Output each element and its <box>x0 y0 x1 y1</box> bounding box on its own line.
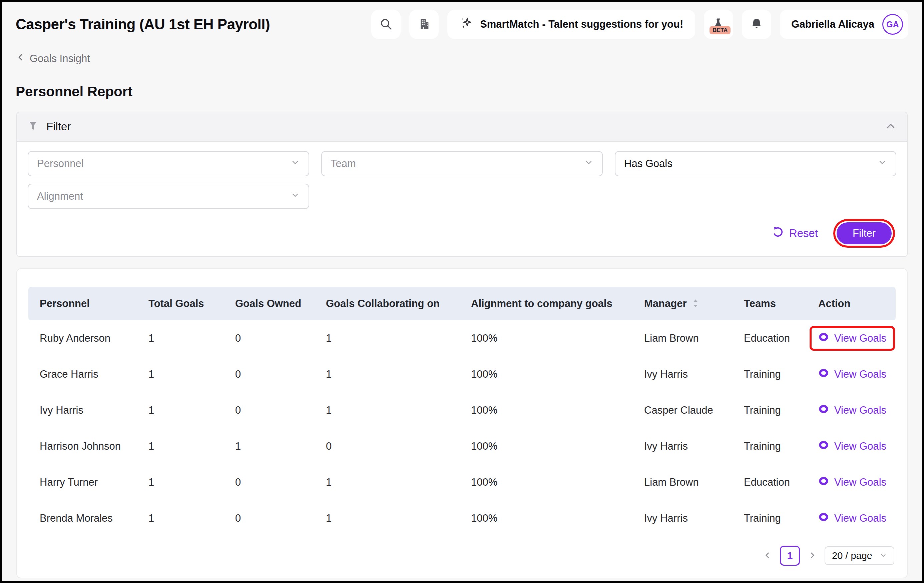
cell-personnel: Grace Harris <box>28 368 137 380</box>
table-row: Ruby Anderson 1 0 1 100% Liam Brown Educ… <box>28 320 896 356</box>
table-row: Harry Turner 1 0 1 100% Liam Brown Educa… <box>28 464 896 500</box>
reset-button[interactable]: Reset <box>772 226 818 240</box>
cell-total-goals: 1 <box>137 476 224 488</box>
cell-manager: Liam Brown <box>633 476 733 488</box>
cell-action: View Goals <box>807 440 896 453</box>
cell-teams: Education <box>733 332 807 344</box>
top-bar: Casper's Training (AU 1st EH Payroll) Sm… <box>2 2 922 39</box>
reset-refresh-icon <box>772 226 784 240</box>
smartmatch-label: SmartMatch - Talent suggestions for you! <box>480 18 683 30</box>
col-header-manager: Manager <box>633 298 733 310</box>
cell-manager: Casper Claude <box>633 404 733 416</box>
search-icon <box>379 17 393 32</box>
view-goals-label: View Goals <box>834 512 886 524</box>
view-goals-link[interactable]: View Goals <box>818 476 886 489</box>
view-goals-label: View Goals <box>834 332 886 344</box>
cell-alignment: 100% <box>460 404 633 416</box>
manager-sort-button[interactable] <box>691 298 700 309</box>
cell-teams: Education <box>733 476 807 488</box>
view-goals-link[interactable]: View Goals <box>818 332 886 345</box>
view-goals-link[interactable]: View Goals <box>818 368 886 380</box>
col-header-teams: Teams <box>733 298 807 310</box>
top-bar-actions: SmartMatch - Talent suggestions for you!… <box>371 10 908 39</box>
chevron-left-icon <box>763 551 772 561</box>
col-header-goals-collaborating: Goals Collaborating on <box>315 298 460 310</box>
filter-button-annotation: Filter <box>833 219 895 248</box>
team-select-placeholder: Team <box>330 158 356 170</box>
view-goals-annotation: View Goals <box>810 398 895 423</box>
cell-goals-owned: 1 <box>224 440 315 452</box>
view-goals-link[interactable]: View Goals <box>818 440 886 453</box>
view-goals-link[interactable]: View Goals <box>818 512 886 525</box>
eye-icon <box>818 512 829 525</box>
cell-manager: Ivy Harris <box>633 440 733 452</box>
page-size-select[interactable]: 20 / page <box>825 546 894 565</box>
cell-personnel: Harry Turner <box>28 476 137 488</box>
eye-icon <box>818 404 829 417</box>
table-body: Ruby Anderson 1 0 1 100% Liam Brown Educ… <box>28 320 896 536</box>
eye-icon <box>818 332 829 345</box>
user-menu[interactable]: Gabriella Alicaya GA <box>780 10 908 39</box>
cell-teams: Training <box>733 368 807 380</box>
cell-personnel: Harrison Johnson <box>28 440 137 452</box>
col-header-total-goals: Total Goals <box>137 298 224 310</box>
eye-icon <box>818 368 829 380</box>
organisation-button[interactable] <box>409 10 439 39</box>
view-goals-label: View Goals <box>834 476 886 488</box>
view-goals-label: View Goals <box>834 440 886 452</box>
alignment-select-placeholder: Alignment <box>37 190 83 203</box>
cell-teams: Training <box>733 512 807 524</box>
view-goals-label: View Goals <box>834 368 886 380</box>
labs-button[interactable]: BETA <box>704 10 733 39</box>
cell-action: View Goals <box>807 368 896 380</box>
breadcrumb-back[interactable]: Goals Insight <box>16 52 90 65</box>
page-title: Personnel Report <box>16 84 922 100</box>
cell-goals-collaborating: 1 <box>315 332 460 344</box>
filter-apply-button[interactable]: Filter <box>837 222 892 244</box>
cell-manager: Liam Brown <box>633 332 733 344</box>
bell-icon <box>750 17 763 32</box>
team-select[interactable]: Team <box>321 151 603 176</box>
chevron-down-icon <box>290 158 300 170</box>
alignment-select[interactable]: Alignment <box>28 184 309 209</box>
view-goals-annotation: View Goals <box>810 434 895 459</box>
app-title: Casper's Training (AU 1st EH Payroll) <box>16 16 270 33</box>
view-goals-annotation: View Goals <box>810 470 895 495</box>
view-goals-annotation: View Goals <box>810 506 895 531</box>
cell-total-goals: 1 <box>137 440 224 452</box>
eye-icon <box>818 440 829 453</box>
cell-alignment: 100% <box>460 440 633 452</box>
chevron-left-icon <box>16 52 26 65</box>
cell-personnel: Ruby Anderson <box>28 332 137 344</box>
personnel-select[interactable]: Personnel <box>28 151 309 176</box>
filter-fields: Personnel Team Has Goals <box>28 151 896 209</box>
table-row: Brenda Morales 1 0 1 100% Ivy Harris Tra… <box>28 500 896 536</box>
cell-action: View Goals <box>807 404 896 417</box>
cell-personnel: Ivy Harris <box>28 404 137 416</box>
view-goals-link[interactable]: View Goals <box>818 404 886 417</box>
smartmatch-button[interactable]: SmartMatch - Talent suggestions for you! <box>447 10 695 39</box>
has-goals-select-value: Has Goals <box>624 158 673 170</box>
cell-total-goals: 1 <box>137 512 224 524</box>
notifications-button[interactable] <box>742 10 771 39</box>
search-button[interactable] <box>371 10 401 39</box>
collapse-chevron-up-icon[interactable] <box>884 120 897 133</box>
chevron-down-icon <box>878 158 887 170</box>
next-page-button[interactable] <box>808 551 817 561</box>
chevron-right-icon <box>808 551 817 561</box>
page-number-button[interactable]: 1 <box>780 546 800 566</box>
cell-goals-owned: 0 <box>224 512 315 524</box>
funnel-icon <box>27 120 39 133</box>
cell-alignment: 100% <box>460 332 633 344</box>
sparkles-icon <box>459 16 474 33</box>
has-goals-select[interactable]: Has Goals <box>615 151 896 176</box>
cell-manager: Ivy Harris <box>633 512 733 524</box>
filter-panel-header[interactable]: Filter <box>17 112 907 142</box>
col-header-alignment: Alignment to company goals <box>460 298 633 310</box>
cell-teams: Training <box>733 404 807 416</box>
cell-goals-collaborating: 0 <box>315 440 460 452</box>
filter-panel-title: Filter <box>46 120 71 133</box>
previous-page-button[interactable] <box>763 551 772 561</box>
sort-arrows-icon <box>691 298 700 309</box>
pagination: 1 20 / page <box>28 546 896 566</box>
